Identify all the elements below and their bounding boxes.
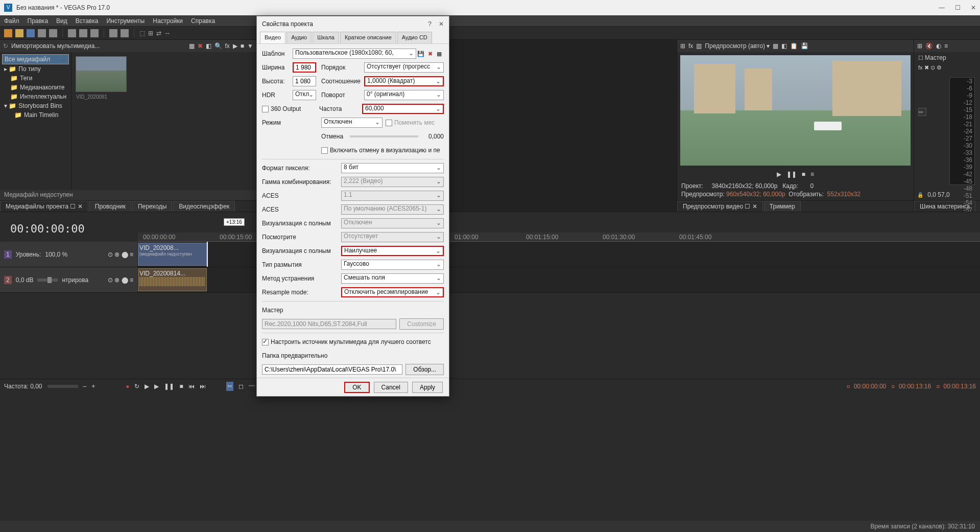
fx-icon[interactable]: fx bbox=[225, 42, 230, 50]
render-icon[interactable] bbox=[38, 29, 46, 37]
go-end-icon[interactable]: ⏭ bbox=[200, 383, 206, 390]
edit-tool-icon[interactable]: ✂ bbox=[226, 382, 233, 391]
dlg-tab-ruler[interactable]: Шкала bbox=[313, 32, 339, 43]
mute-icon[interactable]: 🔇 bbox=[925, 42, 933, 50]
video-clip[interactable]: VID_202008... (медиафайл недоступен bbox=[138, 243, 207, 266]
framerate-select[interactable]: 60,000 bbox=[362, 104, 444, 114]
pixel-format-select[interactable]: 8 бит bbox=[341, 163, 444, 173]
audio-clip[interactable]: VID_20200814... bbox=[138, 268, 207, 291]
tree-by-type[interactable]: ▸ 📁 По типу bbox=[2, 64, 69, 74]
field-order-select[interactable]: Отсутствует (прогресс bbox=[364, 62, 444, 73]
preview-copy-icon[interactable]: 📋 bbox=[790, 42, 798, 50]
tab-transitions[interactable]: Переходы bbox=[132, 201, 172, 212]
go-start-icon[interactable]: ⏮ bbox=[188, 383, 195, 390]
snap-icon[interactable]: ⊞ bbox=[148, 30, 153, 37]
paste-icon[interactable] bbox=[90, 29, 99, 37]
redo-icon[interactable] bbox=[121, 29, 129, 37]
video-track-header[interactable]: 1 Уровень: 100,0 % ⊙ ⊗ ⬤ ≡ bbox=[0, 242, 138, 267]
tab-project-media[interactable]: Медиафайлы проекта ☐ ✕ bbox=[0, 201, 88, 212]
media-thumbnail[interactable]: VID_2020081 bbox=[76, 56, 127, 92]
cut-icon[interactable] bbox=[68, 29, 76, 37]
apply-button[interactable]: Apply bbox=[412, 382, 443, 393]
tree-all-media[interactable]: Все медиафайл bbox=[2, 54, 69, 64]
save-icon[interactable] bbox=[27, 29, 35, 37]
swap-checkbox[interactable] bbox=[386, 120, 392, 126]
tree-storyboard[interactable]: ▾ 📁 Storyboard Bins bbox=[2, 101, 69, 110]
include-undo-checkbox[interactable] bbox=[321, 147, 328, 154]
close-button[interactable]: ✕ bbox=[971, 4, 976, 11]
full-render-quality-select[interactable]: Наилучшее bbox=[341, 246, 444, 256]
output360-checkbox[interactable] bbox=[262, 106, 269, 112]
preview-pause-icon[interactable]: ❚❚ bbox=[786, 171, 797, 178]
tab-videofx[interactable]: Видеоспецэффек bbox=[173, 201, 235, 212]
menu-view[interactable]: Вид bbox=[56, 17, 67, 25]
undo-icon[interactable] bbox=[109, 29, 117, 37]
ripple-icon[interactable]: ⇄ bbox=[156, 30, 161, 37]
tree-tags[interactable]: 📁 Теги bbox=[2, 74, 69, 83]
deinterlace-select[interactable]: Смешать поля bbox=[341, 273, 444, 284]
preview-stop-icon[interactable]: ■ bbox=[802, 171, 805, 178]
menu-settings[interactable]: Настройки bbox=[153, 17, 183, 25]
dialog-help-icon[interactable]: ? bbox=[428, 20, 432, 28]
envelope-tool-icon[interactable]: 〰 bbox=[249, 383, 255, 390]
tab-trimmer[interactable]: Триммер bbox=[764, 201, 801, 212]
dialog-close-icon[interactable]: ✕ bbox=[439, 20, 444, 28]
cursor-icon[interactable]: ⬚ bbox=[139, 30, 145, 37]
menu-file[interactable]: Файл bbox=[4, 17, 19, 25]
copy-icon[interactable] bbox=[79, 29, 87, 37]
search-icon[interactable]: 🔍 bbox=[214, 42, 222, 50]
hdr-select[interactable]: Откл bbox=[293, 90, 316, 100]
resample-mode-select[interactable]: Отключить ресэмплирование bbox=[341, 287, 444, 297]
pause-icon[interactable]: ❚❚ bbox=[164, 383, 174, 390]
preview-split-icon[interactable]: ▥ bbox=[696, 42, 702, 50]
play-icon[interactable]: ▶ bbox=[233, 42, 237, 50]
ok-button[interactable]: OK bbox=[344, 382, 369, 393]
height-input[interactable] bbox=[293, 76, 316, 86]
open-icon[interactable] bbox=[15, 29, 23, 37]
prerender-folder-input[interactable] bbox=[262, 364, 402, 375]
master-settings-icon[interactable]: ⊞ bbox=[917, 42, 922, 50]
dim-icon[interactable]: ◐ bbox=[936, 42, 941, 50]
record-icon[interactable]: ● bbox=[126, 383, 129, 390]
preview-menu-icon[interactable]: ≡ bbox=[810, 171, 814, 178]
stereo-mode-select[interactable]: Отключен bbox=[321, 118, 383, 128]
remove-icon[interactable]: ✖ bbox=[198, 42, 203, 50]
adjust-source-checkbox[interactable] bbox=[262, 339, 269, 345]
aspect-ratio-select[interactable]: 1,0000 (Квадрат) bbox=[364, 76, 444, 86]
tab-video-preview[interactable]: Предпросмотр видео ☐ ✕ bbox=[677, 201, 763, 212]
stop-icon[interactable]: ■ bbox=[179, 383, 183, 390]
timeline-timecode[interactable]: 00:00:00:00 bbox=[10, 222, 85, 235]
dlg-tab-video[interactable]: Видео bbox=[260, 32, 285, 43]
zoom-in-icon[interactable]: + bbox=[91, 383, 95, 390]
preview-ext-icon[interactable]: ⊞ bbox=[680, 42, 685, 50]
master-solo-button[interactable]: ▫▫ bbox=[918, 108, 926, 116]
master-menu-icon[interactable]: ≡ bbox=[944, 42, 948, 50]
menu-insert[interactable]: Вставка bbox=[76, 17, 99, 25]
minimize-button[interactable]: — bbox=[939, 4, 945, 11]
refresh-icon[interactable]: ↻ bbox=[3, 42, 8, 50]
import-media-button[interactable]: Импортировать мультимедиа... bbox=[11, 42, 100, 50]
dropdown-icon[interactable]: ▼ bbox=[247, 42, 253, 50]
stop-icon[interactable]: ■ bbox=[241, 42, 244, 50]
autoripple-icon[interactable]: ↔ bbox=[164, 30, 171, 37]
view-icon[interactable]: ▦ bbox=[189, 42, 195, 50]
width-input[interactable] bbox=[293, 62, 316, 73]
loop-icon[interactable]: ↻ bbox=[134, 383, 139, 390]
preview-fx-icon[interactable]: fx bbox=[688, 42, 693, 50]
tree-media-drives[interactable]: 📁 Медианакопите bbox=[2, 83, 69, 92]
template-select[interactable]: Пользовательское (1980x1080; 60, bbox=[293, 49, 416, 59]
preview-save-icon[interactable]: 💾 bbox=[801, 42, 808, 50]
dlg-tab-summary[interactable]: Краткое описание bbox=[340, 32, 396, 43]
maximize-button[interactable]: ☐ bbox=[955, 4, 961, 11]
preview-overlay-icon[interactable]: ◧ bbox=[781, 42, 787, 50]
template-match-icon[interactable]: ▦ bbox=[435, 49, 444, 58]
dlg-tab-audio[interactable]: Аудио bbox=[286, 32, 312, 43]
new-icon[interactable] bbox=[4, 29, 12, 37]
cancel-button[interactable]: Cancel bbox=[374, 382, 408, 393]
menu-help[interactable]: Справка bbox=[191, 17, 215, 25]
template-save-icon[interactable]: 💾 bbox=[416, 49, 425, 58]
dlg-tab-audiocd[interactable]: Аудио CD bbox=[397, 32, 432, 43]
menu-edit[interactable]: Правка bbox=[28, 17, 49, 25]
tree-main-timeline[interactable]: 📁 Main Timelin bbox=[2, 110, 69, 120]
rotation-select[interactable]: 0° (оригинал) bbox=[364, 90, 444, 100]
